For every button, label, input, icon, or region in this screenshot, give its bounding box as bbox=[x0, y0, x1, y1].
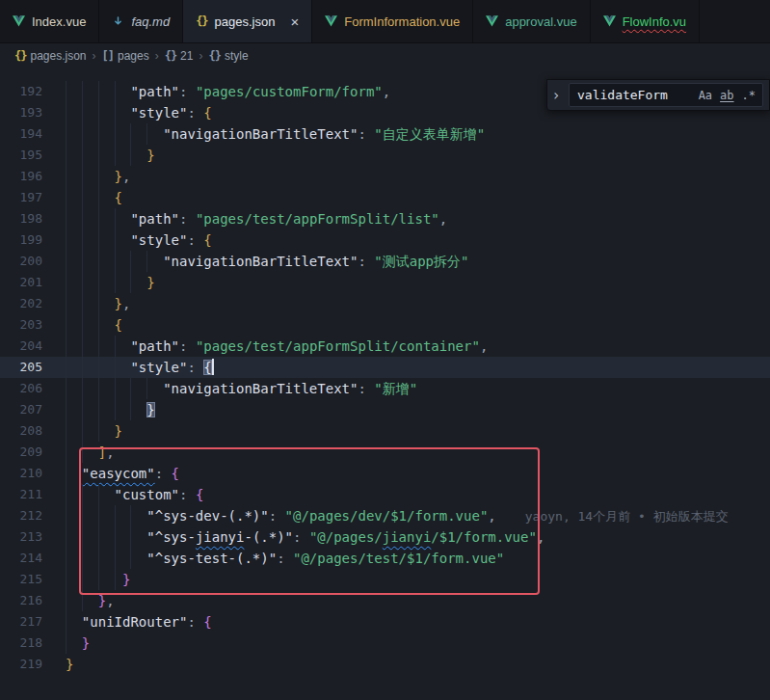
tab-pages-json[interactable]: {}pages.json× bbox=[183, 0, 312, 42]
code-text: "^sys-dev-(.*)": "@/pages/dev/$1/form.vu… bbox=[42, 505, 729, 526]
tab-forminformation-vue[interactable]: FormInformation.vue bbox=[312, 0, 473, 42]
code-line[interactable]: 197 { bbox=[0, 187, 770, 208]
code-line[interactable]: 213 "^sys-jianyi-(.*)": "@/pages/jianyi/… bbox=[0, 526, 770, 548]
code-token: "path" bbox=[130, 338, 179, 354]
code-token: : bbox=[358, 126, 374, 142]
close-icon[interactable]: × bbox=[290, 14, 299, 29]
code-text: } bbox=[42, 399, 155, 420]
line-number: 198 bbox=[0, 208, 42, 229]
code-line[interactable]: 196 }, bbox=[0, 166, 770, 187]
code-token bbox=[66, 123, 163, 145]
tab-index-vue[interactable]: Index.vue bbox=[0, 0, 99, 42]
code-text: "navigationBarTitleText": "测试app拆分" bbox=[42, 251, 468, 272]
code-line[interactable]: 210 "easycom": { bbox=[0, 463, 770, 484]
find-widget: › validateForm Aa ab .* bbox=[546, 79, 770, 111]
code-token: { bbox=[203, 360, 211, 375]
whole-word-toggle[interactable]: ab bbox=[717, 87, 736, 104]
code-line[interactable]: 200 "navigationBarTitleText": "测试app拆分" bbox=[0, 251, 770, 272]
code-token bbox=[66, 166, 115, 187]
code-token: -(.*)" bbox=[244, 529, 293, 545]
code-token: "@/pages/test/$1/form.vue" bbox=[293, 551, 504, 566]
code-token: "pages/test/appFormSplit/container" bbox=[196, 338, 480, 354]
code-token: "easycom" bbox=[82, 466, 155, 481]
editor: 192 "path": "pages/customForm/form",193 … bbox=[0, 69, 770, 700]
code-line[interactable]: 208 } bbox=[0, 420, 770, 442]
code-line[interactable]: 195 } bbox=[0, 145, 770, 166]
code-line[interactable]: 206 "navigationBarTitleText": "新增" bbox=[0, 378, 770, 399]
code-text: "^sys-test-(.*)": "@/pages/test/$1/form.… bbox=[42, 548, 504, 569]
breadcrumb-item-style[interactable]: {}style bbox=[208, 49, 248, 63]
line-number: 217 bbox=[0, 611, 42, 633]
code-token: "^sys-dev-(.*)" bbox=[146, 508, 268, 524]
code-token: "style" bbox=[130, 360, 187, 375]
code-token: "navigationBarTitleText" bbox=[163, 126, 358, 142]
code-line[interactable]: 218 } bbox=[0, 633, 770, 654]
line-number: 199 bbox=[0, 229, 42, 251]
code-line[interactable]: 209 ], bbox=[0, 442, 770, 463]
line-number: 203 bbox=[0, 314, 42, 336]
code-line[interactable]: 211 "custom": { bbox=[0, 484, 770, 505]
git-blame-annotation: yaoyn, 14个月前 • 初始版本提交 bbox=[496, 509, 729, 524]
code-token: "path" bbox=[130, 211, 179, 227]
breadcrumb-label: pages.json bbox=[30, 49, 86, 63]
breadcrumb-label: 21 bbox=[180, 49, 193, 63]
code-line[interactable]: 219} bbox=[0, 654, 770, 675]
code-token: /$1/form.vue" bbox=[431, 529, 537, 545]
code-token bbox=[66, 102, 130, 123]
code-line[interactable]: 217 "uniIdRouter": { bbox=[0, 611, 770, 633]
breadcrumb-item-pages[interactable]: []pages bbox=[102, 49, 149, 63]
code-token: : bbox=[187, 105, 203, 121]
find-input[interactable]: validateForm Aa ab .* bbox=[569, 83, 763, 107]
tab-label: FlowInfo.vu bbox=[623, 14, 686, 29]
code-line[interactable]: 207 } bbox=[0, 399, 770, 420]
code-text: }, bbox=[42, 590, 115, 611]
code-token bbox=[66, 399, 146, 420]
regex-toggle[interactable]: .* bbox=[739, 87, 758, 104]
code-token: : bbox=[179, 487, 196, 502]
code-line[interactable]: 198 "path": "pages/test/appFormSplit/lis… bbox=[0, 208, 770, 229]
tab-label: faq.md bbox=[131, 14, 170, 29]
breadcrumb-item-pages-json[interactable]: {}pages.json bbox=[14, 49, 87, 63]
code-line[interactable]: 201 } bbox=[0, 272, 770, 293]
vue-icon bbox=[603, 15, 616, 27]
code-line[interactable]: 212 "^sys-dev-(.*)": "@/pages/dev/$1/for… bbox=[0, 505, 770, 526]
code-token: } bbox=[115, 423, 122, 439]
match-case-toggle[interactable]: Aa bbox=[696, 87, 715, 104]
code-text: { bbox=[42, 314, 122, 336]
code-token: { bbox=[115, 317, 122, 333]
code-token: "自定义表单新增" bbox=[374, 126, 485, 142]
code-token: , bbox=[122, 296, 130, 311]
code-line[interactable]: 203 { bbox=[0, 314, 770, 336]
code-text: "style": { bbox=[42, 357, 214, 378]
breadcrumb-item-21[interactable]: {}21 bbox=[165, 49, 194, 63]
code-line[interactable]: 204 "path": "pages/test/appFormSplit/con… bbox=[0, 336, 770, 357]
code-line[interactable]: 216 }, bbox=[0, 590, 770, 611]
code-token bbox=[66, 442, 98, 463]
code-text: "path": "pages/customForm/form", bbox=[42, 81, 390, 102]
toggle-replace-button[interactable]: › bbox=[549, 87, 563, 104]
line-number: 196 bbox=[0, 166, 42, 187]
code-token: : bbox=[179, 338, 196, 354]
tab-faq-md[interactable]: faq.md bbox=[99, 0, 183, 42]
tab-label: approval.vue bbox=[505, 14, 576, 29]
vue-icon bbox=[486, 15, 498, 27]
line-number: 193 bbox=[0, 102, 42, 123]
code-line[interactable]: 202 }, bbox=[0, 293, 770, 314]
breadcrumb-label: pages bbox=[118, 49, 149, 63]
line-number: 208 bbox=[0, 420, 42, 442]
code-line[interactable]: 214 "^sys-test-(.*)": "@/pages/test/$1/f… bbox=[0, 548, 770, 569]
code-token: "pages/customForm/form" bbox=[196, 84, 383, 99]
line-number: 206 bbox=[0, 378, 42, 399]
editor-window: Index.vuefaq.md{}pages.json×FormInformat… bbox=[0, 0, 770, 700]
code-token: "新增" bbox=[374, 381, 417, 396]
code-token: { bbox=[203, 105, 211, 121]
code-line[interactable]: 215 } bbox=[0, 569, 770, 590]
tab-flowinfo-vu[interactable]: FlowInfo.vu bbox=[591, 0, 700, 42]
code-token: { bbox=[172, 466, 179, 481]
code-token: "path" bbox=[130, 84, 179, 99]
code-text: } bbox=[42, 633, 90, 654]
code-line[interactable]: 194 "navigationBarTitleText": "自定义表单新增" bbox=[0, 123, 770, 145]
tab-approval-vue[interactable]: approval.vue bbox=[473, 0, 590, 42]
code-line[interactable]: 199 "style": { bbox=[0, 229, 770, 251]
code-line[interactable]: 205 "style": { bbox=[0, 357, 770, 378]
